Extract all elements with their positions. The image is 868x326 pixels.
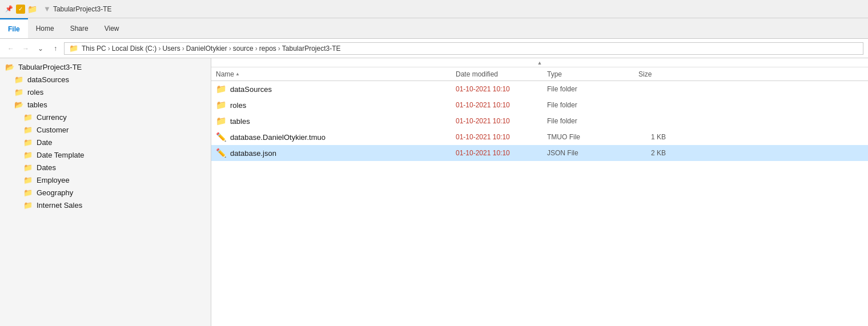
file-name: database.json: [230, 149, 276, 158]
col-name-label: Name: [216, 70, 234, 78]
tab-view[interactable]: View: [97, 18, 127, 38]
sidebar-item-customer[interactable]: 📁 Customer: [0, 123, 211, 136]
path-local-disk: Local Disk (C:): [112, 45, 157, 53]
back-button[interactable]: ←: [5, 42, 17, 55]
path-users: Users: [162, 45, 180, 53]
path-repos: repos: [259, 45, 276, 53]
file-type: File folder: [547, 117, 577, 125]
folder-icon-customer: 📁: [23, 125, 33, 134]
collapse-indicator[interactable]: ▲: [537, 60, 542, 66]
table-row[interactable]: 📁 dataSources 01-10-2021 10:10 File fold…: [211, 81, 868, 97]
sidebar-label-customer: Customer: [37, 126, 69, 134]
file-name: dataSources: [230, 85, 272, 94]
folder-icon-dates: 📁: [23, 163, 33, 172]
sidebar-label-internet-sales: Internet Sales: [37, 201, 82, 210]
file-size: 2 KB: [651, 149, 666, 157]
folder-title-icon: 📁: [27, 5, 37, 14]
folder-icon-datasources: 📁: [14, 75, 24, 84]
folder-icon-internet-sales: 📁: [23, 200, 33, 210]
table-row[interactable]: 📁 roles 01-10-2021 10:10 File folder: [211, 97, 868, 113]
sidebar-item-datasources[interactable]: 📁 dataSources: [0, 73, 211, 86]
table-row[interactable]: ✏️ database.DanielOtykier.tmuo 01-10-202…: [211, 129, 868, 145]
file-name: tables: [230, 117, 250, 126]
sidebar-item-tables[interactable]: 📂 tables: [0, 98, 211, 111]
file-date: 01-10-2021 10:10: [456, 149, 510, 157]
path-project: TabularProject3-TE: [282, 45, 341, 53]
file-size: 1 KB: [651, 133, 666, 141]
file-type: JSON File: [547, 149, 578, 157]
sidebar-label-dates: Dates: [37, 163, 56, 172]
col-header-name[interactable]: Name: [211, 67, 451, 81]
file-date: 01-10-2021 10:10: [456, 101, 510, 109]
tab-share[interactable]: Share: [62, 18, 97, 38]
sidebar-item-date[interactable]: 📁 Date: [0, 136, 211, 148]
sidebar-label-geography: Geography: [37, 188, 73, 197]
forward-button[interactable]: →: [19, 42, 32, 55]
check-icon: ✓: [16, 5, 25, 14]
sidebar-item-currency[interactable]: 📁 Currency: [0, 111, 211, 123]
sidebar-item-tabular-project[interactable]: 📂 TabularProject3-TE: [0, 61, 211, 73]
recent-button[interactable]: ⌄: [34, 42, 47, 55]
sidebar-item-roles[interactable]: 📁 roles: [0, 86, 211, 98]
folder-icon-geography: 📁: [23, 188, 33, 197]
sidebar-label-currency: Currency: [37, 113, 67, 122]
tab-file[interactable]: File: [0, 18, 28, 38]
file-icon-tmuo: ✏️: [216, 132, 227, 142]
path-this-pc: This PC: [82, 45, 106, 53]
sidebar-label-employee: Employee: [37, 176, 70, 184]
file-type: TMUO File: [547, 133, 580, 141]
col-header-type[interactable]: Type: [542, 67, 634, 81]
window-title: TabularProject3-TE: [53, 5, 112, 13]
file-list: ▲ Name Date modified Type Size 📁 dat: [211, 58, 868, 326]
file-icon-folder: 📁: [216, 100, 227, 110]
col-date-label: Date modified: [456, 70, 498, 78]
col-header-date[interactable]: Date modified: [451, 67, 542, 81]
table-row[interactable]: 📁 tables 01-10-2021 10:10 File folder: [211, 113, 868, 129]
title-bar: 📌 ✓ 📁 ▼ TabularProject3-TE: [0, 0, 868, 18]
col-size-label: Size: [638, 70, 652, 78]
file-type: File folder: [547, 85, 577, 93]
sidebar[interactable]: 📂 TabularProject3-TE 📁 dataSources 📁 rol…: [0, 58, 211, 326]
ribbon: File Home Share View: [0, 18, 868, 39]
file-date: 01-10-2021 10:10: [456, 117, 510, 125]
folder-icon-date-template: 📁: [23, 150, 33, 159]
main-container: 📂 TabularProject3-TE 📁 dataSources 📁 rol…: [0, 58, 868, 326]
col-header-size[interactable]: Size: [634, 67, 680, 81]
folder-icon-roles: 📁: [14, 87, 24, 96]
file-name: database.DanielOtykier.tmuo: [230, 133, 326, 142]
title-bar-icons: 📌 ✓ 📁: [5, 5, 37, 14]
tab-home[interactable]: Home: [28, 18, 62, 38]
pin-icon: 📌: [5, 5, 14, 14]
sidebar-label-date: Date: [37, 138, 52, 147]
folder-open-icon: 📂: [5, 62, 15, 71]
path-source: source: [233, 45, 254, 53]
sidebar-label-roles: roles: [27, 88, 43, 96]
folder-icon-date: 📁: [23, 138, 33, 147]
file-date: 01-10-2021 10:10: [456, 133, 510, 141]
col-type-label: Type: [547, 70, 562, 78]
sidebar-item-dates[interactable]: 📁 Dates: [0, 161, 211, 174]
address-bar: ← → ⌄ ↑ 📁 This PC › Local Disk (C:) › Us…: [0, 39, 868, 58]
sidebar-item-geography[interactable]: 📁 Geography: [0, 186, 211, 199]
sidebar-label-tables: tables: [27, 100, 47, 109]
address-folder-icon: 📁: [69, 44, 78, 53]
sidebar-item-employee[interactable]: 📁 Employee: [0, 174, 211, 186]
sidebar-label-tabular-project: TabularProject3-TE: [18, 63, 82, 71]
sidebar-label-datasources: dataSources: [27, 75, 69, 84]
sidebar-item-internet-sales[interactable]: 📁 Internet Sales: [0, 199, 211, 211]
file-list-body: 📁 dataSources 01-10-2021 10:10 File fold…: [211, 81, 868, 326]
file-icon-folder: 📁: [216, 116, 227, 126]
sidebar-label-date-template: Date Template: [37, 151, 85, 159]
file-date: 01-10-2021 10:10: [456, 85, 510, 93]
file-type: File folder: [547, 101, 577, 109]
sidebar-item-date-template[interactable]: 📁 Date Template: [0, 148, 211, 161]
table-row[interactable]: ✏️ database.json 01-10-2021 10:10 JSON F…: [211, 145, 868, 161]
path-user: DanielOtykier: [186, 45, 227, 53]
folder-icon-employee: 📁: [23, 175, 33, 184]
file-icon-folder: 📁: [216, 84, 227, 94]
folder-icon-currency: 📁: [23, 112, 33, 122]
file-icon-json: ✏️: [216, 148, 227, 158]
address-path[interactable]: 📁 This PC › Local Disk (C:) › Users › Da…: [64, 42, 863, 55]
up-button[interactable]: ↑: [49, 42, 62, 55]
file-list-header: Name Date modified Type Size: [211, 67, 868, 81]
